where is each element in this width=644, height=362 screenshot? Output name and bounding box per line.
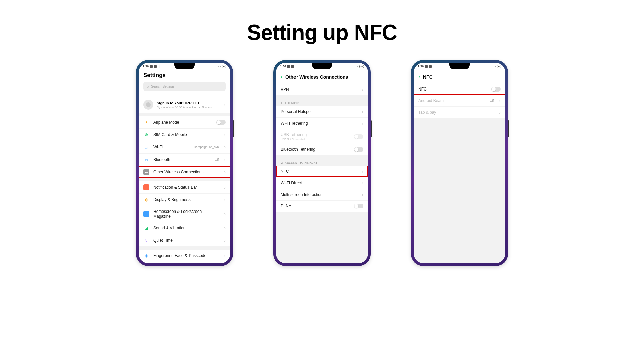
row-value: Off — [490, 99, 494, 102]
row-label: NFC — [281, 169, 358, 174]
smart-row[interactable]: ◐ Smart & Convenient › — [139, 262, 230, 263]
other-wireless-row[interactable]: ••• Other Wireless Connections › — [139, 166, 230, 178]
row-label: Wi-Fi — [153, 145, 190, 149]
airplane-row[interactable]: ✈ Airplane Mode — [139, 116, 230, 129]
chevron-right-icon: › — [224, 185, 226, 190]
display-row[interactable]: ◐ Display & Brightness › — [139, 194, 230, 206]
notch — [312, 63, 332, 69]
bttether-toggle[interactable] — [354, 147, 363, 152]
avatar-icon — [143, 100, 153, 110]
vpn-row[interactable]: VPN › — [276, 84, 368, 95]
chevron-right-icon: › — [224, 157, 226, 162]
row-label: USB Tethering — [281, 132, 350, 137]
status-icon — [287, 65, 290, 68]
dots-icon: ••• — [143, 169, 149, 175]
phone-mock-1: 1:36 ⋮ ◦ ◦ 87 Settings ⌕ — [136, 60, 233, 266]
row-label: NFC — [418, 87, 487, 92]
sound-row[interactable]: ◢ Sound & Vibration › — [139, 222, 230, 234]
status-icon — [429, 65, 432, 68]
quiet-row[interactable]: ☾ Quiet Time › — [139, 234, 230, 246]
search-icon: ⌕ — [147, 84, 149, 88]
status-icon — [291, 65, 294, 68]
row-label: Personal Hotspot — [281, 109, 358, 114]
notch — [174, 63, 195, 69]
chevron-right-icon: › — [362, 192, 363, 197]
row-label: Other Wireless Connections — [153, 170, 220, 174]
row-label: Tap & pay — [418, 110, 495, 115]
search-placeholder: Search Settings — [151, 85, 175, 88]
phone-mock-2: 1:36 ◦ 87 ‹ Other Wireless Connections V… — [273, 60, 371, 266]
dlna-row[interactable]: DLNA — [276, 201, 368, 212]
usbtether-row: USB Tethering USB Not Connected — [276, 129, 368, 144]
row-label: Wi-Fi Tethering — [281, 121, 358, 126]
nfc-toggle-row[interactable]: NFC — [414, 84, 505, 95]
brightness-icon: ◐ — [143, 197, 149, 203]
back-button[interactable]: ‹ — [418, 73, 420, 80]
settings-header: Settings — [139, 70, 230, 82]
bluetooth-row[interactable]: ⎋ Bluetooth Off › — [139, 154, 230, 166]
chevron-right-icon: › — [224, 253, 226, 258]
nfc-row[interactable]: NFC › — [276, 166, 368, 177]
row-label: Fingerprint, Face & Passcode — [153, 253, 220, 258]
homescreen-icon — [143, 211, 149, 217]
header-title: NFC — [423, 74, 433, 80]
signin-subtitle: Sign in to Your OPPO Account to Use Serv… — [157, 106, 221, 109]
status-time: 1:36 — [143, 65, 149, 68]
notification-icon — [143, 184, 149, 190]
notch — [449, 63, 470, 69]
sound-icon: ◢ — [143, 225, 149, 231]
nfc-toggle[interactable] — [491, 87, 501, 92]
chevron-right-icon: › — [224, 238, 226, 243]
signin-row[interactable]: Sign in to Your OPPO ID Sign in to Your … — [139, 96, 230, 113]
wifi-row[interactable]: ◡ Wi-Fi CampaignLab_syn › — [139, 141, 230, 154]
row-label: Sound & Vibration — [153, 226, 220, 230]
wifitether-row[interactable]: Wi-Fi Tethering › — [276, 118, 368, 129]
status-icon — [154, 65, 157, 68]
notification-row[interactable]: Notification & Status Bar › — [139, 181, 230, 194]
row-label: Wi-Fi Direct — [281, 181, 358, 185]
bluetooth-icon: ⎋ — [143, 157, 149, 163]
airplane-toggle[interactable] — [216, 120, 226, 125]
search-input[interactable]: ⌕ Search Settings — [143, 82, 226, 91]
row-label: Quiet Time — [153, 238, 220, 243]
battery-icon: 87 — [222, 65, 226, 68]
group-header: WIRELESS TRANSPORT — [276, 158, 368, 166]
back-button[interactable]: ‹ — [281, 73, 283, 80]
status-icon — [150, 65, 153, 68]
dlna-toggle[interactable] — [354, 204, 363, 208]
signal-icon: ◦ — [357, 65, 358, 68]
row-label: Airplane Mode — [153, 120, 212, 125]
row-label: Display & Brightness — [153, 197, 220, 202]
chevron-right-icon: › — [499, 98, 501, 103]
status-time: 1:36 — [418, 65, 424, 68]
row-label: Homescreen & Lockscreen Magazine — [153, 209, 220, 219]
hotspot-row[interactable]: Personal Hotspot › — [276, 106, 368, 118]
tap-pay-row: Tap & pay › — [414, 107, 505, 118]
signal-icon: ◦ — [220, 65, 221, 68]
fingerprint-row[interactable]: ◉ Fingerprint, Face & Passcode › — [139, 250, 230, 262]
usbtether-toggle — [354, 134, 363, 139]
chevron-right-icon: › — [224, 132, 226, 137]
row-label: Android Beam — [418, 98, 486, 103]
moon-icon: ☾ — [143, 237, 149, 243]
chevron-right-icon: › — [499, 110, 501, 115]
sim-row[interactable]: ⊕ SIM Card & Mobile › — [139, 129, 230, 141]
chevron-right-icon: › — [224, 197, 226, 202]
phones-row: 1:36 ⋮ ◦ ◦ 87 Settings ⌕ — [0, 60, 644, 266]
fingerprint-icon: ◉ — [143, 253, 149, 259]
multiscreen-row[interactable]: Multi-screen Interaction › — [276, 189, 368, 201]
bttether-row[interactable]: Bluetooth Tethering — [276, 144, 368, 155]
airplane-icon: ✈ — [143, 119, 149, 125]
homescreen-row[interactable]: Homescreen & Lockscreen Magazine › — [139, 206, 230, 222]
chevron-right-icon: › — [362, 169, 363, 174]
header-bar: ‹ NFC — [414, 70, 505, 84]
android-beam-row: Android Beam Off › — [414, 95, 505, 107]
row-label: Bluetooth — [153, 157, 211, 162]
header-title: Other Wireless Connections — [285, 74, 348, 80]
battery-icon: 87 — [359, 65, 364, 68]
chevron-right-icon: › — [362, 109, 363, 114]
wifidirect-row[interactable]: Wi-Fi Direct › — [276, 177, 368, 189]
battery-icon: 87 — [497, 65, 501, 68]
row-value: CampaignLab_syn — [194, 145, 219, 149]
chevron-right-icon: › — [362, 121, 363, 126]
